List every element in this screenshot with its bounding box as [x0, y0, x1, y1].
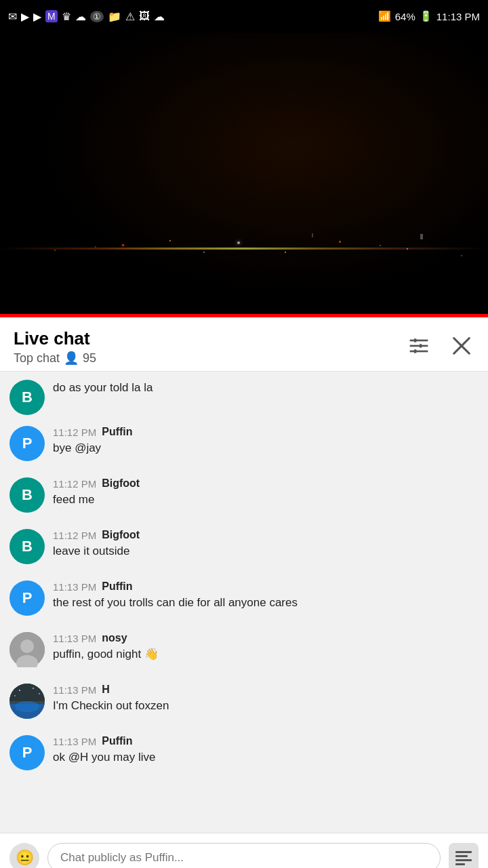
- livechat-title: Live chat: [14, 328, 96, 349]
- chat-input[interactable]: [47, 843, 441, 869]
- messages-list: B do as your told la la P 11:12 PM Puffi…: [0, 372, 488, 833]
- message-meta: 11:13 PM Puffin: [53, 735, 476, 747]
- message-text: the rest of you trolls can die for all a…: [53, 595, 476, 611]
- message-content: do as your told la la: [53, 380, 476, 396]
- livechat-header-left: Live chat Top chat 👤 95: [14, 328, 96, 366]
- message-content: 11:13 PM Puffin ok @H you may live: [53, 735, 476, 766]
- list-item: B 11:12 PM Bigfoot leave it outside: [0, 521, 488, 572]
- livechat-subtitle: Top chat 👤 95: [14, 351, 96, 366]
- svg-point-15: [19, 690, 20, 691]
- mastodon-icon: M: [45, 10, 58, 22]
- send-icon: [454, 848, 473, 867]
- cloud-icon: ☁: [75, 10, 86, 23]
- people-icon: 👤: [64, 351, 79, 366]
- message-content: 11:13 PM nosy puffin, good night 👋: [53, 632, 476, 663]
- message-meta: 11:13 PM nosy: [53, 632, 476, 644]
- youtube-icon: ▶: [21, 10, 29, 23]
- message-icon: ✉: [8, 10, 17, 23]
- message-time: 11:12 PM: [53, 478, 96, 490]
- message-username: Bigfoot: [102, 477, 140, 490]
- avatar: [9, 632, 45, 667]
- message-username: Puffin: [102, 426, 132, 438]
- message-time: 11:13 PM: [53, 581, 96, 593]
- livechat-header: Live chat Top chat 👤 95: [0, 317, 488, 372]
- folder-icon: 📁: [108, 10, 121, 23]
- nosy-avatar-img: [9, 632, 45, 667]
- list-item: P 11:13 PM Puffin the rest of you trolls…: [0, 572, 488, 624]
- warning-icon: ⚠: [125, 10, 135, 23]
- chat-input-bar: 😐: [0, 833, 488, 868]
- message-time: 11:13 PM: [53, 736, 96, 747]
- m-circle-icon: ①: [90, 11, 104, 22]
- video-player[interactable]: [0, 33, 488, 317]
- emoji-icon: 😐: [16, 849, 34, 867]
- livechat-header-right: [405, 333, 474, 361]
- message-meta: 11:13 PM H: [53, 684, 476, 696]
- close-button[interactable]: [449, 333, 474, 361]
- svg-point-18: [14, 695, 16, 696]
- send-button[interactable]: [449, 843, 479, 869]
- youtube2-icon: ▶: [33, 10, 41, 23]
- message-meta: 11:12 PM Puffin: [53, 426, 476, 438]
- svg-rect-20: [455, 855, 468, 857]
- list-item: B do as your told la la: [0, 372, 488, 418]
- filter-button[interactable]: [405, 334, 432, 360]
- svg-point-9: [20, 639, 34, 653]
- message-username: nosy: [102, 632, 127, 644]
- avatar: B: [9, 529, 45, 564]
- message-text: do as your told la la: [53, 380, 476, 396]
- avatar: [9, 684, 45, 719]
- svg-rect-22: [455, 863, 465, 865]
- top-chat-label: Top chat: [14, 351, 60, 366]
- message-meta: 11:13 PM Puffin: [53, 580, 476, 593]
- avatar: B: [9, 380, 45, 415]
- avatar: P: [9, 735, 45, 770]
- message-text: ok @H you may live: [53, 749, 476, 766]
- crown-icon: ♛: [62, 10, 71, 23]
- svg-point-17: [39, 693, 40, 694]
- message-username: Puffin: [102, 735, 132, 747]
- viewer-count: 95: [83, 351, 96, 366]
- battery-icon: 🔋: [420, 10, 432, 22]
- wifi-icon: 📶: [378, 10, 391, 22]
- svg-rect-19: [455, 851, 472, 853]
- list-item: P 11:13 PM Puffin ok @H you may live: [0, 727, 488, 778]
- message-meta: 11:12 PM Bigfoot: [53, 477, 476, 490]
- message-content: 11:12 PM Bigfoot leave it outside: [53, 529, 476, 559]
- message-time: 11:12 PM: [53, 427, 96, 438]
- list-item: 11:13 PM nosy puffin, good night 👋: [0, 624, 488, 675]
- list-item: 11:13 PM H I'm Checkin out foxzen: [0, 675, 488, 727]
- message-meta: 11:12 PM Bigfoot: [53, 529, 476, 541]
- avatar: P: [9, 580, 45, 616]
- message-content: 11:13 PM H I'm Checkin out foxzen: [53, 684, 476, 714]
- h-avatar-img: [9, 684, 45, 719]
- battery-text: 64%: [395, 11, 415, 22]
- status-bar: ✉ ▶ ▶ M ♛ ☁ ① 📁 ⚠ 🖼 ☁ 📶 64% 🔋 11:13 PM: [0, 0, 488, 33]
- message-time: 11:13 PM: [53, 684, 96, 696]
- message-content: 11:12 PM Puffin bye @jay: [53, 426, 476, 456]
- svg-rect-21: [455, 859, 472, 861]
- soundcloud-icon: ☁: [154, 10, 165, 23]
- message-text: feed me: [53, 492, 476, 508]
- message-time: 11:13 PM: [53, 633, 96, 644]
- message-content: 11:13 PM Puffin the rest of you trolls c…: [53, 580, 476, 611]
- image-icon: 🖼: [139, 10, 150, 22]
- emoji-button[interactable]: 😐: [9, 843, 39, 869]
- svg-rect-14: [9, 684, 45, 701]
- message-text: I'm Checkin out foxzen: [53, 698, 476, 714]
- message-text: puffin, good night 👋: [53, 646, 476, 663]
- message-text: bye @jay: [53, 440, 476, 456]
- message-username: Bigfoot: [102, 529, 140, 541]
- list-item: P 11:12 PM Puffin bye @jay: [0, 418, 488, 469]
- avatar: P: [9, 426, 45, 461]
- message-username: H: [102, 684, 110, 696]
- status-icons-right: 📶 64% 🔋 11:13 PM: [378, 10, 480, 22]
- time-display: 11:13 PM: [436, 11, 480, 22]
- status-icons-left: ✉ ▶ ▶ M ♛ ☁ ① 📁 ⚠ 🖼 ☁: [8, 10, 165, 23]
- message-content: 11:12 PM Bigfoot feed me: [53, 477, 476, 508]
- avatar: B: [9, 477, 45, 513]
- list-item: B 11:12 PM Bigfoot feed me: [0, 469, 488, 521]
- message-time: 11:12 PM: [53, 530, 96, 541]
- message-text: leave it outside: [53, 543, 476, 559]
- message-username: Puffin: [102, 580, 132, 593]
